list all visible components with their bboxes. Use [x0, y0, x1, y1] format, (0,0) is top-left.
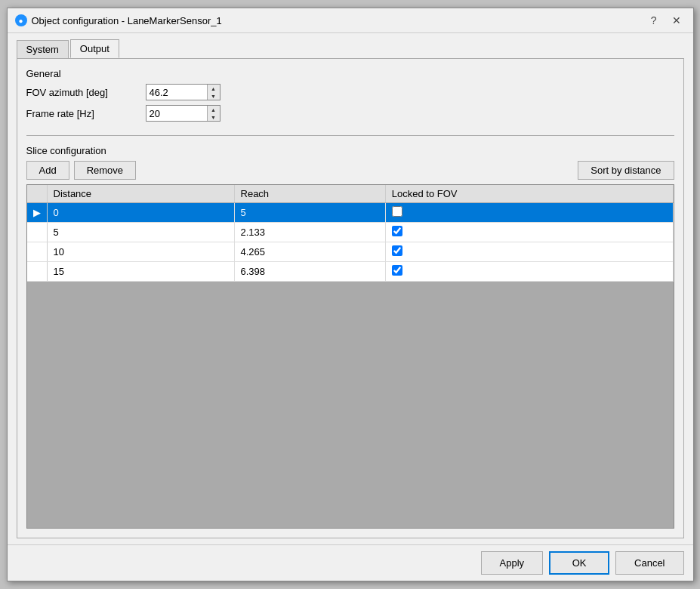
- slice-toolbar-left: Add Remove: [26, 161, 137, 180]
- tab-output[interactable]: Output: [70, 39, 119, 58]
- tab-bar: System Output: [17, 39, 684, 58]
- dialog-window: ● Object configuration - LaneMarkerSenso…: [7, 8, 694, 581]
- row-reach-cell: 5: [234, 203, 385, 223]
- section-divider: [26, 135, 674, 136]
- dialog-footer: Apply OK Cancel: [8, 544, 693, 581]
- locked-checkbox[interactable]: [392, 226, 402, 236]
- row-distance-cell: 10: [47, 242, 234, 262]
- locked-checkbox[interactable]: [392, 206, 402, 217]
- add-button[interactable]: Add: [26, 161, 69, 180]
- tab-content: General FOV azimuth [deg] ▲ ▼ Frame rate…: [17, 58, 684, 538]
- title-bar: ● Object configuration - LaneMarkerSenso…: [8, 8, 693, 33]
- slice-toolbar: Add Remove Sort by distance: [26, 161, 674, 180]
- fov-increment-button[interactable]: ▲: [208, 85, 220, 92]
- row-distance-cell: 15: [47, 262, 234, 282]
- row-arrow-cell: [27, 223, 48, 242]
- frame-input[interactable]: [146, 106, 207, 121]
- slice-section-label: Slice configuration: [26, 145, 674, 156]
- fov-label: FOV azimuth [deg]: [26, 87, 140, 98]
- frame-field-row: Frame rate [Hz] ▲ ▼: [26, 105, 674, 122]
- table-row[interactable]: ▶05: [27, 203, 674, 223]
- col-distance: Distance: [47, 185, 234, 203]
- table-row[interactable]: 156.398: [27, 262, 674, 282]
- general-section: General FOV azimuth [deg] ▲ ▼ Frame rate…: [26, 68, 674, 126]
- locked-checkbox[interactable]: [392, 245, 402, 256]
- row-arrow-cell: [27, 262, 48, 282]
- row-distance-cell: 0: [47, 203, 234, 223]
- row-reach-cell: 2.133: [234, 223, 385, 242]
- dialog-body: System Output General FOV azimuth [deg] …: [8, 33, 693, 544]
- row-distance-cell: 5: [47, 223, 234, 242]
- col-arrow: [27, 185, 48, 203]
- slice-table-container: Distance Reach Locked to FOV ▶0552.13310…: [26, 184, 674, 529]
- row-reach-cell: 4.265: [234, 242, 385, 262]
- app-icon: ●: [15, 14, 27, 26]
- remove-button[interactable]: Remove: [74, 161, 136, 180]
- row-arrow-cell: ▶: [27, 203, 48, 223]
- apply-button[interactable]: Apply: [481, 551, 544, 575]
- frame-spinner-buttons: ▲ ▼: [207, 106, 220, 121]
- fov-spinner-buttons: ▲ ▼: [207, 85, 220, 100]
- table-row[interactable]: 104.265: [27, 242, 674, 262]
- table-row[interactable]: 52.133: [27, 223, 674, 242]
- title-bar-right: ? ✕: [646, 13, 686, 28]
- ok-button[interactable]: OK: [549, 551, 609, 575]
- locked-checkbox[interactable]: [392, 265, 402, 276]
- fov-decrement-button[interactable]: ▼: [208, 92, 220, 100]
- general-section-label: General: [26, 68, 674, 79]
- row-locked-cell[interactable]: [385, 242, 673, 262]
- sort-by-distance-button[interactable]: Sort by distance: [578, 161, 674, 180]
- frame-label: Frame rate [Hz]: [26, 108, 140, 119]
- col-reach: Reach: [234, 185, 385, 203]
- slice-section: Slice configuration Add Remove Sort by d…: [26, 145, 674, 529]
- title-bar-left: ● Object configuration - LaneMarkerSenso…: [15, 14, 222, 26]
- tab-system[interactable]: System: [17, 40, 69, 58]
- frame-increment-button[interactable]: ▲: [208, 106, 220, 113]
- fov-spinner[interactable]: ▲ ▼: [146, 84, 220, 100]
- table-header-row: Distance Reach Locked to FOV: [27, 185, 674, 203]
- slice-table: Distance Reach Locked to FOV ▶0552.13310…: [27, 185, 674, 282]
- row-locked-cell[interactable]: [385, 203, 673, 223]
- help-button[interactable]: ?: [646, 13, 661, 28]
- row-locked-cell[interactable]: [385, 223, 673, 242]
- slice-table-body: ▶0552.133104.265156.398: [27, 203, 674, 282]
- col-locked: Locked to FOV: [385, 185, 673, 203]
- fov-input[interactable]: [146, 85, 207, 100]
- frame-spinner[interactable]: ▲ ▼: [146, 105, 220, 122]
- fov-field-row: FOV azimuth [deg] ▲ ▼: [26, 84, 674, 100]
- row-reach-cell: 6.398: [234, 262, 385, 282]
- cancel-button[interactable]: Cancel: [615, 551, 683, 575]
- row-arrow-cell: [27, 242, 48, 262]
- row-locked-cell[interactable]: [385, 262, 673, 282]
- frame-decrement-button[interactable]: ▼: [208, 113, 220, 121]
- close-button[interactable]: ✕: [668, 13, 686, 28]
- dialog-title: Object configuration - LaneMarkerSensor_…: [32, 15, 222, 26]
